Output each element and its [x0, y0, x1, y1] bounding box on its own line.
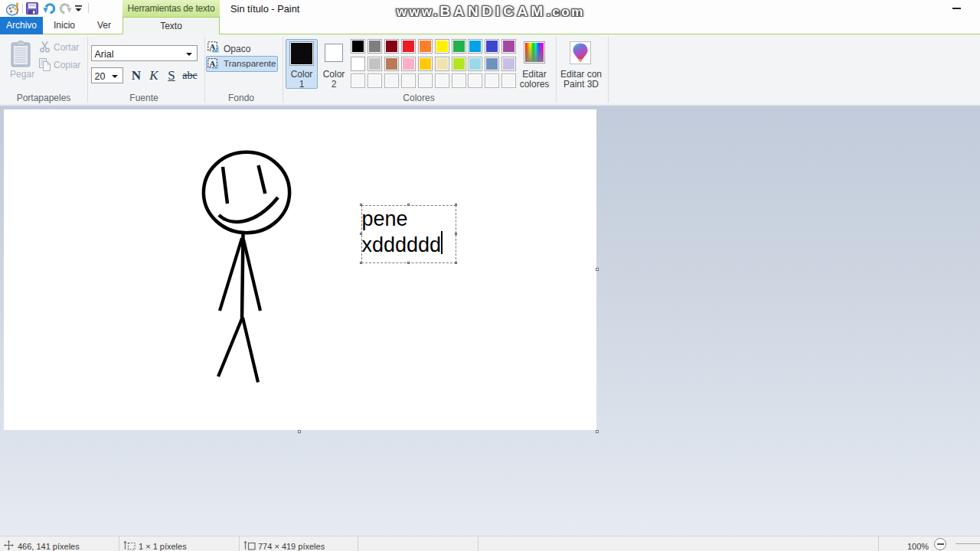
svg-text:A: A	[210, 42, 216, 51]
svg-text:A: A	[210, 59, 216, 68]
